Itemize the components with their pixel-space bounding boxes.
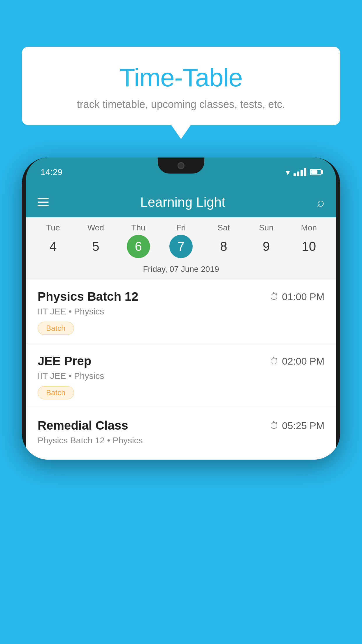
schedule-item-sub: IIT JEE • Physics bbox=[38, 371, 324, 381]
app-title: Learning Light bbox=[140, 194, 225, 210]
notch bbox=[158, 158, 204, 174]
status-time: 14:29 bbox=[41, 167, 62, 177]
batch-tag: Batch bbox=[38, 322, 74, 335]
app-header: Learning Light ⌕ bbox=[26, 187, 336, 217]
clock-icon: ⏱ bbox=[270, 356, 279, 367]
day-number[interactable]: 10 bbox=[297, 235, 321, 258]
camera bbox=[178, 162, 184, 169]
speech-bubble: Time-Table track timetable, upcoming cla… bbox=[22, 47, 340, 125]
day-number[interactable]: 9 bbox=[255, 235, 278, 258]
day-col-5[interactable]: Wed5 bbox=[78, 223, 113, 258]
search-icon[interactable]: ⌕ bbox=[317, 195, 324, 209]
days-row: Tue4Wed5Thu6Fri7Sat8Sun9Mon10 bbox=[26, 223, 336, 258]
day-col-10[interactable]: Mon10 bbox=[291, 223, 326, 258]
wifi-icon: ▾ bbox=[286, 167, 290, 177]
selected-date: Friday, 07 June 2019 bbox=[26, 262, 336, 279]
bubble-subtitle: track timetable, upcoming classes, tests… bbox=[39, 98, 323, 111]
day-name: Thu bbox=[131, 223, 145, 232]
status-icons: ▾ bbox=[286, 167, 321, 177]
schedule-item-sub: IIT JEE • Physics bbox=[38, 307, 324, 316]
day-number[interactable]: 8 bbox=[212, 235, 235, 258]
status-bar: 14:29 ▾ bbox=[26, 158, 336, 187]
schedule-item-time: 01:00 PM bbox=[282, 291, 324, 302]
day-name: Sun bbox=[259, 223, 274, 232]
schedule-item-time: 02:00 PM bbox=[282, 356, 324, 367]
schedule-list: Physics Batch 12⏱01:00 PMIIT JEE • Physi… bbox=[26, 279, 336, 460]
schedule-item-time: 05:25 PM bbox=[282, 420, 324, 431]
schedule-item-name: Remedial Class bbox=[38, 419, 128, 433]
menu-button[interactable] bbox=[38, 198, 49, 206]
schedule-item[interactable]: Remedial Class⏱05:25 PMPhysics Batch 12 … bbox=[26, 408, 336, 460]
schedule-item[interactable]: Physics Batch 12⏱01:00 PMIIT JEE • Physi… bbox=[26, 279, 336, 344]
day-name: Sat bbox=[217, 223, 230, 232]
day-col-7[interactable]: Fri7 bbox=[164, 223, 198, 258]
day-col-6[interactable]: Thu6 bbox=[121, 223, 156, 258]
day-name: Fri bbox=[176, 223, 186, 232]
batch-tag: Batch bbox=[38, 386, 74, 399]
clock-icon: ⏱ bbox=[270, 291, 279, 302]
day-col-4[interactable]: Tue4 bbox=[36, 223, 71, 258]
day-number[interactable]: 7 bbox=[169, 235, 193, 258]
day-col-9[interactable]: Sun9 bbox=[249, 223, 284, 258]
schedule-item-name: Physics Batch 12 bbox=[38, 290, 138, 304]
bubble-title: Time-Table bbox=[39, 63, 323, 92]
clock-icon: ⏱ bbox=[270, 420, 279, 431]
day-name: Tue bbox=[46, 223, 60, 232]
day-number[interactable]: 6 bbox=[127, 235, 150, 258]
day-name: Wed bbox=[87, 223, 104, 232]
battery-icon bbox=[310, 169, 321, 175]
day-name: Mon bbox=[301, 223, 317, 232]
calendar-strip: Tue4Wed5Thu6Fri7Sat8Sun9Mon10 Friday, 07… bbox=[26, 217, 336, 279]
schedule-item[interactable]: JEE Prep⏱02:00 PMIIT JEE • PhysicsBatch bbox=[26, 344, 336, 408]
day-number[interactable]: 5 bbox=[84, 235, 107, 258]
day-col-8[interactable]: Sat8 bbox=[206, 223, 241, 258]
schedule-item-name: JEE Prep bbox=[38, 354, 91, 368]
schedule-item-sub: Physics Batch 12 • Physics bbox=[38, 435, 324, 445]
phone-mockup: 14:29 ▾ bbox=[22, 158, 340, 460]
phone-container: 14:29 ▾ bbox=[22, 158, 340, 644]
signal-icon bbox=[294, 168, 306, 176]
day-number[interactable]: 4 bbox=[41, 235, 65, 258]
